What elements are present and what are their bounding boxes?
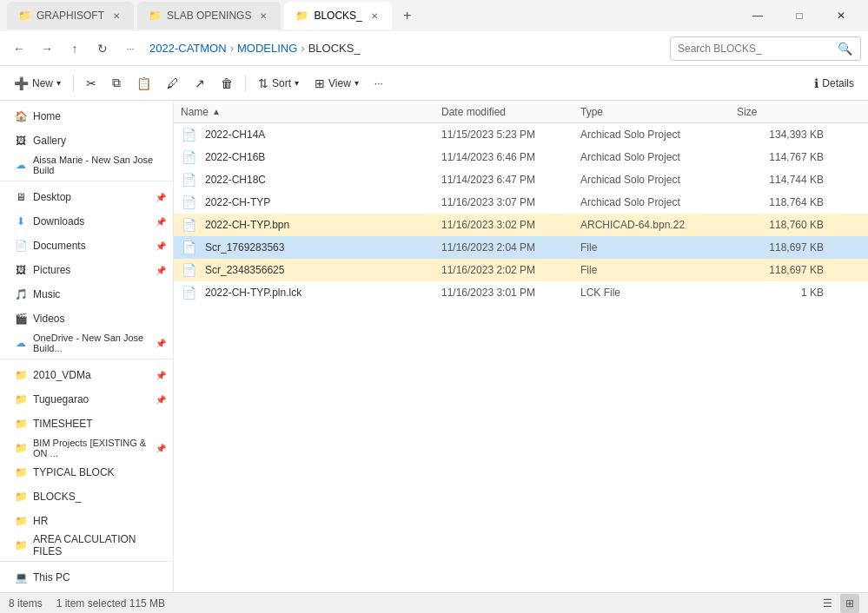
search-icon[interactable]: 🔍 xyxy=(838,42,852,56)
sidebar-item-typical-block[interactable]: 📁 TYPICAL BLOCK xyxy=(0,460,173,484)
sidebar-item-bim-projects[interactable]: 📁 BIM Projects [EXISTING & ON ... 📌 xyxy=(0,436,173,460)
file-icon: 📄 xyxy=(181,262,196,278)
file-type-cell: LCK File xyxy=(580,287,737,299)
file-date-cell: 11/16/2023 3:02 PM xyxy=(441,219,580,231)
details-button[interactable]: ℹ Details xyxy=(807,70,861,96)
sidebar-item-onedrive[interactable]: ☁ OneDrive - New San Jose Build... 📌 xyxy=(0,331,173,355)
sidebar-item-gallery[interactable]: 🖼 Gallery xyxy=(0,129,173,153)
refresh-button[interactable]: ↻ xyxy=(90,36,115,61)
view-button[interactable]: ⊞ View ▾ xyxy=(308,70,366,96)
col-name-header[interactable]: Name ▲ xyxy=(181,106,441,118)
sidebar-item-pictures[interactable]: 🖼 Pictures 📌 xyxy=(0,258,173,282)
sidebar-item-hr[interactable]: 📁 HR xyxy=(0,509,173,533)
rename-button[interactable]: 🖊 xyxy=(160,70,186,96)
breadcrumb-blocks[interactable]: BLOCKS_ xyxy=(308,42,361,55)
documents-pin-icon: 📌 xyxy=(156,241,166,251)
col-size-header[interactable]: Size xyxy=(737,106,824,118)
folder-2010-vdma-icon: 📁 xyxy=(14,368,28,382)
paste-icon: 📋 xyxy=(136,76,151,90)
breadcrumb-modeling[interactable]: MODELING xyxy=(237,42,297,55)
file-name-cell: 📄 2022-CH-TYP.pln.lck xyxy=(181,285,441,300)
table-row[interactable]: 📄 Scr_1769283563 11/16/2023 2:04 PM File… xyxy=(174,236,868,259)
file-type-cell: Archicad Solo Project xyxy=(580,174,737,186)
sort-button[interactable]: ⇅ Sort ▾ xyxy=(251,70,306,96)
table-row[interactable]: 📄 2022-CH14A 11/15/2023 5:23 PM Archicad… xyxy=(174,123,868,146)
up-button[interactable]: ↑ xyxy=(63,36,87,61)
sidebar-item-aissa-marie[interactable]: ☁ Aissa Marie - New San Jose Build xyxy=(0,153,173,177)
back-button[interactable]: ← xyxy=(7,36,31,61)
search-box[interactable]: 🔍 xyxy=(670,36,861,61)
sidebar-item-home[interactable]: 🏠 Home xyxy=(0,104,173,129)
tab-graphisoft[interactable]: 📁 GRAPHISOFT ✕ xyxy=(7,2,134,30)
copy-button[interactable]: ⧉ xyxy=(105,70,128,96)
table-row[interactable]: 📄 Scr_2348356625 11/16/2023 2:02 PM File… xyxy=(174,259,868,281)
file-rows-container: 📄 2022-CH14A 11/15/2023 5:23 PM Archicad… xyxy=(174,123,868,304)
share-button[interactable]: ↗ xyxy=(188,70,212,96)
new-icon: ➕ xyxy=(14,76,29,90)
tab-graphisoft-close[interactable]: ✕ xyxy=(109,9,123,23)
file-type-cell: Archicad Solo Project xyxy=(580,129,737,141)
sidebar-item-local-disk[interactable]: 💾 Local Disk (C:) xyxy=(0,590,173,592)
close-button[interactable]: ✕ xyxy=(821,2,861,30)
table-row[interactable]: 📄 2022-CH-TYP 11/16/2023 3:07 PM Archica… xyxy=(174,191,868,214)
folder-blocks-icon: 📁 xyxy=(14,490,28,504)
table-row[interactable]: 📄 2022-CH-TYP.bpn 11/16/2023 3:02 PM ARC… xyxy=(174,214,868,236)
table-row[interactable]: 📄 2022-CH18C 11/14/2023 6:47 PM Archicad… xyxy=(174,168,868,191)
sidebar-typical-block-label: TYPICAL BLOCK xyxy=(33,466,115,478)
sidebar-item-area-calc[interactable]: 📁 AREA CALCULATION FILES xyxy=(0,533,173,557)
col-type-label: Type xyxy=(580,106,603,118)
paste-button[interactable]: 📋 xyxy=(129,70,158,96)
file-size-cell: 114,744 KB xyxy=(737,174,824,186)
sidebar-onedrive-label: OneDrive - New San Jose Build... xyxy=(33,333,150,353)
sidebar-item-videos[interactable]: 🎬 Videos xyxy=(0,306,173,331)
sidebar-item-blocks[interactable]: 📁 BLOCKS_ xyxy=(0,484,173,509)
sidebar-2010-vdma-label: 2010_VDMa xyxy=(33,369,91,381)
file-name-label: 2022-CH18C xyxy=(205,174,445,186)
col-type-header[interactable]: Type xyxy=(580,106,737,118)
location-more[interactable]: ··· xyxy=(118,36,142,61)
col-date-header[interactable]: Date modified xyxy=(441,106,580,118)
sidebar-item-desktop[interactable]: 🖥 Desktop 📌 xyxy=(0,185,173,209)
view-label: View xyxy=(328,77,351,89)
statusbar-view-controls: ☰ ⊞ xyxy=(818,594,859,613)
table-row[interactable]: 📄 2022-CH16B 11/14/2023 6:46 PM Archicad… xyxy=(174,146,868,168)
sidebar-item-this-pc[interactable]: 💻 This PC xyxy=(0,565,173,590)
file-icon: 📄 xyxy=(181,217,196,233)
breadcrumb-2022-catmon[interactable]: 2022-CATMON xyxy=(149,42,227,55)
table-row[interactable]: 📄 2022-CH-TYP.pln.lck 11/16/2023 3:01 PM… xyxy=(174,281,868,304)
list-view-button[interactable]: ☰ xyxy=(818,594,837,613)
sidebar-item-downloads[interactable]: ⬇ Downloads 📌 xyxy=(0,209,173,234)
gallery-icon: 🖼 xyxy=(14,134,28,148)
cut-button[interactable]: ✂ xyxy=(79,70,103,96)
minimize-button[interactable]: — xyxy=(738,2,778,30)
desktop-icon: 🖥 xyxy=(14,190,28,204)
sidebar-item-timesheet[interactable]: 📁 TIMESHEET xyxy=(0,412,173,436)
onedrive-icon: ☁ xyxy=(14,336,28,350)
sidebar-item-tuguegarao[interactable]: 📁 Tuguegarao 📌 xyxy=(0,387,173,412)
new-label: New xyxy=(32,77,53,89)
tab-blocks-label: BLOCKS_ xyxy=(314,10,361,22)
sidebar-item-documents[interactable]: 📄 Documents 📌 xyxy=(0,234,173,258)
sidebar-item-2010-vdma[interactable]: 📁 2010_VDMa 📌 xyxy=(0,363,173,387)
sidebar-videos-label: Videos xyxy=(33,313,64,325)
delete-button[interactable]: 🗑 xyxy=(214,70,240,96)
tab-slab-openings-close[interactable]: ✕ xyxy=(256,9,270,23)
search-input[interactable] xyxy=(678,43,834,55)
file-size-cell: 118,697 KB xyxy=(737,241,824,254)
home-icon: 🏠 xyxy=(14,109,28,123)
new-tab-button[interactable]: + xyxy=(395,3,420,28)
toolbar: ➕ New ▾ ✂ ⧉ 📋 🖊 ↗ 🗑 ⇅ Sort ▾ ⊞ View ▾ ··… xyxy=(0,66,868,101)
more-button[interactable]: ··· xyxy=(368,70,390,96)
file-date-cell: 11/15/2023 5:23 PM xyxy=(441,129,580,141)
forward-button[interactable]: → xyxy=(35,36,59,61)
tab-slab-openings[interactable]: 📁 SLAB OPENINGS ✕ xyxy=(137,2,281,30)
file-icon: 📄 xyxy=(181,127,196,142)
maximize-button[interactable]: □ xyxy=(779,2,819,30)
detail-view-button[interactable]: ⊞ xyxy=(840,594,859,613)
tab-blocks[interactable]: 📁 BLOCKS_ ✕ xyxy=(284,2,391,30)
documents-icon: 📄 xyxy=(14,239,28,253)
new-button[interactable]: ➕ New ▾ xyxy=(7,70,68,96)
tab-blocks-close[interactable]: ✕ xyxy=(368,9,381,23)
sidebar-item-music[interactable]: 🎵 Music xyxy=(0,282,173,306)
bim-projects-pin-icon: 📌 xyxy=(156,444,166,453)
